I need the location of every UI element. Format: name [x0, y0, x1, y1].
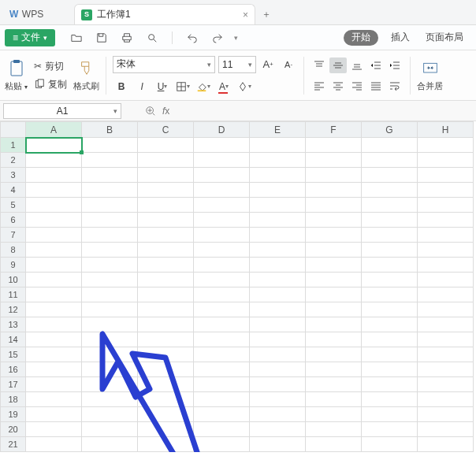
cell[interactable]: [138, 287, 194, 302]
cell[interactable]: [362, 198, 418, 213]
format-painter-icon[interactable]: [76, 58, 97, 79]
font-name-combo[interactable]: 宋体 ▾: [113, 56, 215, 73]
cell[interactable]: [418, 183, 474, 198]
column-header[interactable]: A: [26, 122, 82, 138]
cell[interactable]: [250, 332, 306, 347]
cell[interactable]: [26, 183, 82, 198]
row-header[interactable]: 20: [1, 422, 26, 437]
paste-icon[interactable]: [6, 58, 27, 79]
cell[interactable]: [82, 332, 138, 347]
font-color-icon[interactable]: A▾: [215, 78, 232, 95]
align-middle-icon[interactable]: [329, 57, 347, 73]
cell[interactable]: [194, 302, 250, 317]
cell[interactable]: [26, 287, 82, 302]
cell[interactable]: [418, 437, 474, 452]
cell[interactable]: [138, 302, 194, 317]
cell[interactable]: [138, 138, 194, 153]
cell[interactable]: [194, 317, 250, 332]
cell[interactable]: [306, 407, 362, 422]
cell[interactable]: [138, 183, 194, 198]
cell[interactable]: [138, 437, 194, 452]
row-header[interactable]: 16: [1, 362, 26, 377]
document-tab[interactable]: S 工作簿1 ×: [74, 4, 255, 24]
cell[interactable]: [362, 273, 418, 287]
cell[interactable]: [418, 332, 474, 347]
cell[interactable]: [82, 392, 138, 407]
cell[interactable]: [82, 287, 138, 302]
insert-function-icon[interactable]: [145, 106, 156, 117]
cell[interactable]: [418, 213, 474, 228]
cell[interactable]: [82, 198, 138, 213]
cell[interactable]: [306, 168, 362, 183]
row-header[interactable]: 11: [1, 287, 26, 302]
row-header[interactable]: 5: [1, 198, 26, 213]
cell[interactable]: [26, 168, 82, 183]
cell[interactable]: [26, 138, 82, 153]
cell[interactable]: [26, 347, 82, 362]
cell[interactable]: [362, 243, 418, 258]
cell[interactable]: [418, 362, 474, 377]
cell[interactable]: [418, 243, 474, 258]
column-header[interactable]: F: [306, 122, 362, 138]
cell[interactable]: [250, 287, 306, 302]
cell[interactable]: [138, 422, 194, 437]
cell[interactable]: [138, 407, 194, 422]
cell[interactable]: [306, 138, 362, 153]
cell[interactable]: [418, 392, 474, 407]
cell[interactable]: [82, 437, 138, 452]
cell[interactable]: [362, 228, 418, 243]
cell[interactable]: [82, 407, 138, 422]
cell[interactable]: [418, 153, 474, 168]
cell[interactable]: [306, 347, 362, 362]
cell[interactable]: [362, 258, 418, 273]
cell[interactable]: [138, 258, 194, 273]
row-header[interactable]: 3: [1, 168, 26, 183]
justify-icon[interactable]: [367, 78, 385, 94]
cell[interactable]: [306, 243, 362, 258]
column-header[interactable]: C: [138, 122, 194, 138]
cell[interactable]: [82, 377, 138, 392]
cell[interactable]: [362, 302, 418, 317]
align-top-icon[interactable]: [311, 57, 328, 73]
cell[interactable]: [138, 392, 194, 407]
merge-label[interactable]: 合并居: [417, 80, 443, 92]
cell[interactable]: [82, 422, 138, 437]
print-icon[interactable]: [118, 29, 136, 46]
cell[interactable]: [194, 422, 250, 437]
cell[interactable]: [194, 198, 250, 213]
row-header[interactable]: 21: [1, 437, 26, 452]
cell[interactable]: [306, 392, 362, 407]
cell[interactable]: [194, 258, 250, 273]
cell[interactable]: [306, 317, 362, 332]
cell[interactable]: [362, 392, 418, 407]
wps-home-tab[interactable]: W WPS: [3, 4, 74, 24]
cell[interactable]: [362, 153, 418, 168]
cell[interactable]: [26, 377, 82, 392]
cell[interactable]: [362, 347, 418, 362]
redo-icon[interactable]: [209, 29, 226, 46]
cell[interactable]: [362, 332, 418, 347]
cell[interactable]: [362, 362, 418, 377]
cell[interactable]: [82, 302, 138, 317]
cell[interactable]: [82, 213, 138, 228]
merge-cells-icon[interactable]: [420, 58, 441, 79]
quick-access-dropdown-icon[interactable]: ▾: [234, 34, 238, 42]
cell[interactable]: [194, 377, 250, 392]
cell[interactable]: [306, 183, 362, 198]
italic-icon[interactable]: I: [133, 78, 151, 95]
cell[interactable]: [138, 347, 194, 362]
cell[interactable]: [26, 258, 82, 273]
cell[interactable]: [250, 377, 306, 392]
cell[interactable]: [418, 302, 474, 317]
column-header[interactable]: G: [362, 122, 418, 138]
cell[interactable]: [250, 317, 306, 332]
cell[interactable]: [250, 407, 306, 422]
ribbon-tab-page-layout[interactable]: 页面布局: [418, 25, 471, 50]
cell[interactable]: [250, 213, 306, 228]
row-header[interactable]: 17: [1, 377, 26, 392]
cell-style-icon[interactable]: ▾: [236, 78, 253, 95]
cell[interactable]: [306, 273, 362, 287]
row-header[interactable]: 9: [1, 258, 26, 273]
undo-icon[interactable]: [184, 29, 201, 46]
cell[interactable]: [26, 437, 82, 452]
